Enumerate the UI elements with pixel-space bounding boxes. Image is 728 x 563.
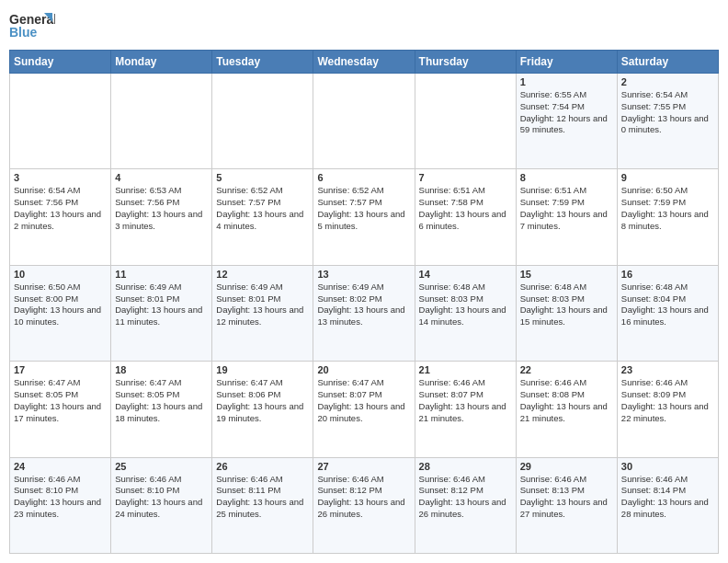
day-info: Sunrise: 6:46 AM	[14, 474, 107, 486]
day-info: Sunrise: 6:47 AM	[216, 377, 309, 389]
day-info: Sunrise: 6:54 AM	[14, 185, 107, 197]
day-info: Daylight: 13 hours and 10 minutes.	[14, 304, 107, 328]
day-info: Sunrise: 6:46 AM	[621, 377, 714, 389]
day-info: Sunset: 7:57 PM	[216, 197, 309, 209]
day-info: Sunrise: 6:46 AM	[419, 474, 512, 486]
day-info: Sunset: 8:01 PM	[115, 293, 208, 305]
day-info: Sunrise: 6:47 AM	[115, 377, 208, 389]
header: GeneralBlue	[9, 9, 719, 42]
day-info: Sunset: 8:06 PM	[216, 389, 309, 401]
day-info: Daylight: 12 hours and 59 minutes.	[520, 113, 613, 137]
day-info: Sunrise: 6:46 AM	[520, 377, 613, 389]
day-info: Daylight: 13 hours and 21 minutes.	[419, 401, 512, 425]
calendar-cell: 20Sunrise: 6:47 AMSunset: 8:07 PMDayligh…	[313, 362, 415, 457]
calendar-cell: 16Sunrise: 6:48 AMSunset: 8:04 PMDayligh…	[617, 265, 718, 361]
day-header-sunday: Sunday	[10, 51, 111, 74]
calendar-cell: 4Sunrise: 6:53 AMSunset: 7:56 PMDaylight…	[111, 169, 212, 265]
day-number: 27	[317, 461, 410, 472]
day-info: Daylight: 13 hours and 3 minutes.	[115, 209, 208, 233]
day-info: Daylight: 13 hours and 28 minutes.	[621, 497, 714, 521]
day-info: Sunrise: 6:46 AM	[621, 474, 714, 486]
calendar-cell: 28Sunrise: 6:46 AMSunset: 8:12 PMDayligh…	[415, 457, 516, 553]
calendar-cell	[313, 74, 415, 169]
day-number: 8	[520, 172, 613, 183]
day-info: Daylight: 13 hours and 12 minutes.	[216, 304, 309, 328]
day-info: Sunrise: 6:48 AM	[419, 282, 512, 293]
day-header-friday: Friday	[516, 51, 617, 74]
day-info: Daylight: 13 hours and 25 minutes.	[216, 497, 309, 521]
day-header-wednesday: Wednesday	[313, 51, 415, 74]
day-number: 14	[419, 269, 512, 280]
day-number: 28	[419, 461, 512, 472]
day-number: 20	[317, 364, 410, 375]
day-info: Sunrise: 6:48 AM	[520, 282, 613, 293]
day-info: Sunset: 7:56 PM	[14, 197, 107, 209]
calendar-cell: 19Sunrise: 6:47 AMSunset: 8:06 PMDayligh…	[212, 362, 313, 457]
day-number: 22	[520, 364, 613, 375]
day-info: Daylight: 13 hours and 26 minutes.	[419, 497, 512, 521]
day-info: Sunset: 8:03 PM	[419, 293, 512, 305]
day-info: Sunrise: 6:46 AM	[115, 474, 208, 486]
day-info: Sunrise: 6:49 AM	[216, 282, 309, 293]
day-info: Sunrise: 6:46 AM	[419, 377, 512, 389]
calendar-cell: 8Sunrise: 6:51 AMSunset: 7:59 PMDaylight…	[516, 169, 617, 265]
day-info: Sunset: 8:10 PM	[14, 485, 107, 497]
day-info: Sunrise: 6:47 AM	[317, 377, 410, 389]
day-info: Sunrise: 6:48 AM	[621, 282, 714, 293]
calendar-cell: 26Sunrise: 6:46 AMSunset: 8:11 PMDayligh…	[212, 457, 313, 553]
calendar-cell: 14Sunrise: 6:48 AMSunset: 8:03 PMDayligh…	[415, 265, 516, 361]
calendar-cell: 2Sunrise: 6:54 AMSunset: 7:55 PMDaylight…	[617, 74, 718, 169]
day-info: Daylight: 13 hours and 13 minutes.	[317, 304, 410, 328]
calendar-cell	[10, 74, 111, 169]
day-info: Sunset: 8:04 PM	[621, 293, 714, 305]
calendar-week-1: 1Sunrise: 6:55 AMSunset: 7:54 PMDaylight…	[10, 74, 719, 169]
day-info: Sunrise: 6:52 AM	[317, 185, 410, 197]
calendar-header-row: SundayMondayTuesdayWednesdayThursdayFrid…	[10, 51, 719, 74]
day-info: Sunset: 8:01 PM	[216, 293, 309, 305]
day-number: 30	[621, 461, 714, 472]
day-info: Sunrise: 6:50 AM	[621, 185, 714, 197]
day-info: Sunset: 8:02 PM	[317, 293, 410, 305]
day-number: 23	[621, 364, 714, 375]
day-info: Sunrise: 6:54 AM	[621, 89, 714, 101]
day-info: Sunset: 8:07 PM	[419, 389, 512, 401]
day-info: Sunrise: 6:46 AM	[317, 474, 410, 486]
day-info: Daylight: 13 hours and 4 minutes.	[216, 209, 309, 233]
logo: GeneralBlue	[9, 9, 55, 42]
day-info: Daylight: 13 hours and 27 minutes.	[520, 497, 613, 521]
day-info: Sunset: 8:07 PM	[317, 389, 410, 401]
calendar-cell: 9Sunrise: 6:50 AMSunset: 7:59 PMDaylight…	[617, 169, 718, 265]
day-info: Daylight: 13 hours and 8 minutes.	[621, 209, 714, 233]
calendar-week-2: 3Sunrise: 6:54 AMSunset: 7:56 PMDaylight…	[10, 169, 719, 265]
calendar-cell	[415, 74, 516, 169]
calendar-cell	[111, 74, 212, 169]
day-info: Sunset: 7:56 PM	[115, 197, 208, 209]
day-number: 16	[621, 269, 714, 280]
day-number: 2	[621, 76, 714, 87]
calendar-cell: 13Sunrise: 6:49 AMSunset: 8:02 PMDayligh…	[313, 265, 415, 361]
day-header-thursday: Thursday	[415, 51, 516, 74]
day-number: 26	[216, 461, 309, 472]
day-info: Sunset: 8:05 PM	[14, 389, 107, 401]
calendar-cell: 11Sunrise: 6:49 AMSunset: 8:01 PMDayligh…	[111, 265, 212, 361]
day-info: Daylight: 13 hours and 26 minutes.	[317, 497, 410, 521]
day-info: Sunrise: 6:55 AM	[520, 89, 613, 101]
day-number: 9	[621, 172, 714, 183]
day-info: Sunset: 8:05 PM	[115, 389, 208, 401]
day-info: Sunrise: 6:53 AM	[115, 185, 208, 197]
day-info: Sunset: 8:12 PM	[317, 485, 410, 497]
day-info: Sunset: 7:59 PM	[520, 197, 613, 209]
day-number: 3	[14, 172, 107, 183]
day-number: 18	[115, 364, 208, 375]
calendar-cell: 25Sunrise: 6:46 AMSunset: 8:10 PMDayligh…	[111, 457, 212, 553]
day-info: Daylight: 13 hours and 24 minutes.	[115, 497, 208, 521]
day-info: Sunset: 8:09 PM	[621, 389, 714, 401]
calendar-cell: 10Sunrise: 6:50 AMSunset: 8:00 PMDayligh…	[10, 265, 111, 361]
day-info: Sunset: 8:08 PM	[520, 389, 613, 401]
day-info: Daylight: 13 hours and 19 minutes.	[216, 401, 309, 425]
calendar-cell: 30Sunrise: 6:46 AMSunset: 8:14 PMDayligh…	[617, 457, 718, 553]
day-info: Daylight: 13 hours and 18 minutes.	[115, 401, 208, 425]
day-number: 15	[520, 269, 613, 280]
day-info: Sunrise: 6:46 AM	[216, 474, 309, 486]
calendar-week-5: 24Sunrise: 6:46 AMSunset: 8:10 PMDayligh…	[10, 457, 719, 553]
